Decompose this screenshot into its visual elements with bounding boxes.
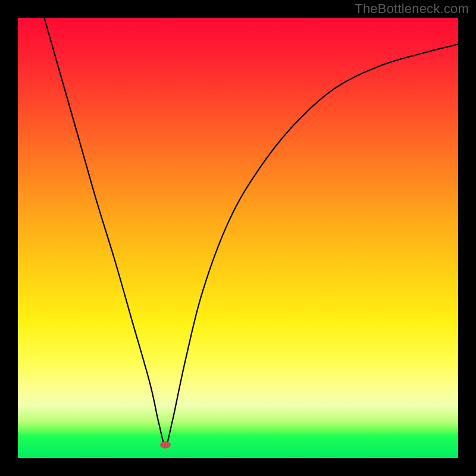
chart-container: TheBottleneck.com — [0, 0, 476, 476]
curve-svg — [18, 18, 458, 458]
optimal-point-marker — [160, 441, 171, 449]
plot-area — [18, 18, 458, 458]
watermark-text: TheBottleneck.com — [355, 1, 469, 17]
bottleneck-curve — [44, 18, 458, 445]
